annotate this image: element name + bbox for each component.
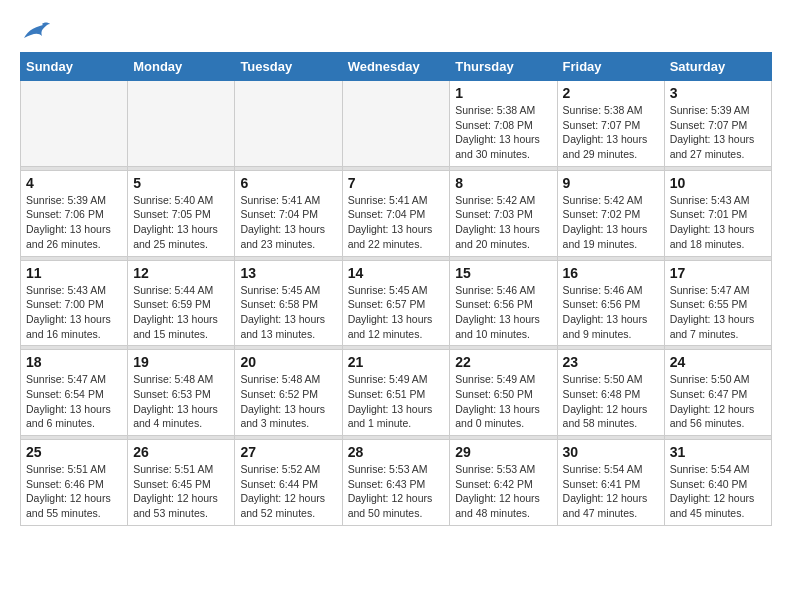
day-number: 15 [455, 265, 551, 281]
calendar-cell: 5Sunrise: 5:40 AM Sunset: 7:05 PM Daylig… [128, 170, 235, 256]
calendar-header-row: SundayMondayTuesdayWednesdayThursdayFrid… [21, 53, 772, 81]
weekday-header-wednesday: Wednesday [342, 53, 450, 81]
calendar-cell: 13Sunrise: 5:45 AM Sunset: 6:58 PM Dayli… [235, 260, 342, 346]
day-number: 11 [26, 265, 122, 281]
day-info: Sunrise: 5:52 AM Sunset: 6:44 PM Dayligh… [240, 462, 336, 521]
day-number: 8 [455, 175, 551, 191]
day-number: 17 [670, 265, 766, 281]
day-info: Sunrise: 5:45 AM Sunset: 6:57 PM Dayligh… [348, 283, 445, 342]
day-info: Sunrise: 5:41 AM Sunset: 7:04 PM Dayligh… [240, 193, 336, 252]
day-info: Sunrise: 5:42 AM Sunset: 7:02 PM Dayligh… [563, 193, 659, 252]
day-info: Sunrise: 5:47 AM Sunset: 6:54 PM Dayligh… [26, 372, 122, 431]
day-info: Sunrise: 5:42 AM Sunset: 7:03 PM Dayligh… [455, 193, 551, 252]
calendar-cell: 11Sunrise: 5:43 AM Sunset: 7:00 PM Dayli… [21, 260, 128, 346]
logo [20, 20, 50, 42]
calendar-cell [235, 81, 342, 167]
day-number: 26 [133, 444, 229, 460]
day-number: 27 [240, 444, 336, 460]
day-number: 24 [670, 354, 766, 370]
day-number: 5 [133, 175, 229, 191]
day-number: 6 [240, 175, 336, 191]
day-number: 7 [348, 175, 445, 191]
day-number: 31 [670, 444, 766, 460]
calendar-cell: 8Sunrise: 5:42 AM Sunset: 7:03 PM Daylig… [450, 170, 557, 256]
weekday-header-saturday: Saturday [664, 53, 771, 81]
day-info: Sunrise: 5:45 AM Sunset: 6:58 PM Dayligh… [240, 283, 336, 342]
day-number: 1 [455, 85, 551, 101]
calendar-cell: 21Sunrise: 5:49 AM Sunset: 6:51 PM Dayli… [342, 350, 450, 436]
calendar-cell: 15Sunrise: 5:46 AM Sunset: 6:56 PM Dayli… [450, 260, 557, 346]
day-number: 14 [348, 265, 445, 281]
day-info: Sunrise: 5:50 AM Sunset: 6:48 PM Dayligh… [563, 372, 659, 431]
day-info: Sunrise: 5:43 AM Sunset: 7:01 PM Dayligh… [670, 193, 766, 252]
day-number: 16 [563, 265, 659, 281]
calendar-cell: 14Sunrise: 5:45 AM Sunset: 6:57 PM Dayli… [342, 260, 450, 346]
calendar-cell: 10Sunrise: 5:43 AM Sunset: 7:01 PM Dayli… [664, 170, 771, 256]
calendar-cell: 17Sunrise: 5:47 AM Sunset: 6:55 PM Dayli… [664, 260, 771, 346]
day-info: Sunrise: 5:40 AM Sunset: 7:05 PM Dayligh… [133, 193, 229, 252]
day-number: 29 [455, 444, 551, 460]
day-number: 23 [563, 354, 659, 370]
calendar-cell: 26Sunrise: 5:51 AM Sunset: 6:45 PM Dayli… [128, 440, 235, 526]
day-number: 18 [26, 354, 122, 370]
calendar-cell: 6Sunrise: 5:41 AM Sunset: 7:04 PM Daylig… [235, 170, 342, 256]
day-number: 4 [26, 175, 122, 191]
day-info: Sunrise: 5:38 AM Sunset: 7:07 PM Dayligh… [563, 103, 659, 162]
day-info: Sunrise: 5:44 AM Sunset: 6:59 PM Dayligh… [133, 283, 229, 342]
calendar-week-row: 18Sunrise: 5:47 AM Sunset: 6:54 PM Dayli… [21, 350, 772, 436]
calendar-cell: 24Sunrise: 5:50 AM Sunset: 6:47 PM Dayli… [664, 350, 771, 436]
day-info: Sunrise: 5:54 AM Sunset: 6:40 PM Dayligh… [670, 462, 766, 521]
calendar-cell: 29Sunrise: 5:53 AM Sunset: 6:42 PM Dayli… [450, 440, 557, 526]
weekday-header-sunday: Sunday [21, 53, 128, 81]
weekday-header-monday: Monday [128, 53, 235, 81]
weekday-header-friday: Friday [557, 53, 664, 81]
calendar-cell: 3Sunrise: 5:39 AM Sunset: 7:07 PM Daylig… [664, 81, 771, 167]
day-number: 20 [240, 354, 336, 370]
page-header [20, 20, 772, 42]
day-info: Sunrise: 5:53 AM Sunset: 6:42 PM Dayligh… [455, 462, 551, 521]
day-info: Sunrise: 5:50 AM Sunset: 6:47 PM Dayligh… [670, 372, 766, 431]
calendar-cell: 27Sunrise: 5:52 AM Sunset: 6:44 PM Dayli… [235, 440, 342, 526]
day-info: Sunrise: 5:46 AM Sunset: 6:56 PM Dayligh… [455, 283, 551, 342]
day-info: Sunrise: 5:39 AM Sunset: 7:06 PM Dayligh… [26, 193, 122, 252]
day-info: Sunrise: 5:41 AM Sunset: 7:04 PM Dayligh… [348, 193, 445, 252]
day-info: Sunrise: 5:38 AM Sunset: 7:08 PM Dayligh… [455, 103, 551, 162]
day-info: Sunrise: 5:53 AM Sunset: 6:43 PM Dayligh… [348, 462, 445, 521]
calendar-cell: 2Sunrise: 5:38 AM Sunset: 7:07 PM Daylig… [557, 81, 664, 167]
day-info: Sunrise: 5:49 AM Sunset: 6:51 PM Dayligh… [348, 372, 445, 431]
calendar-cell [342, 81, 450, 167]
calendar-cell: 31Sunrise: 5:54 AM Sunset: 6:40 PM Dayli… [664, 440, 771, 526]
calendar-cell: 22Sunrise: 5:49 AM Sunset: 6:50 PM Dayli… [450, 350, 557, 436]
calendar-table: SundayMondayTuesdayWednesdayThursdayFrid… [20, 52, 772, 526]
day-info: Sunrise: 5:51 AM Sunset: 6:45 PM Dayligh… [133, 462, 229, 521]
calendar-cell: 9Sunrise: 5:42 AM Sunset: 7:02 PM Daylig… [557, 170, 664, 256]
calendar-cell: 30Sunrise: 5:54 AM Sunset: 6:41 PM Dayli… [557, 440, 664, 526]
calendar-week-row: 4Sunrise: 5:39 AM Sunset: 7:06 PM Daylig… [21, 170, 772, 256]
day-number: 22 [455, 354, 551, 370]
day-number: 28 [348, 444, 445, 460]
calendar-cell: 7Sunrise: 5:41 AM Sunset: 7:04 PM Daylig… [342, 170, 450, 256]
day-info: Sunrise: 5:51 AM Sunset: 6:46 PM Dayligh… [26, 462, 122, 521]
calendar-cell: 19Sunrise: 5:48 AM Sunset: 6:53 PM Dayli… [128, 350, 235, 436]
calendar-cell: 20Sunrise: 5:48 AM Sunset: 6:52 PM Dayli… [235, 350, 342, 436]
day-info: Sunrise: 5:43 AM Sunset: 7:00 PM Dayligh… [26, 283, 122, 342]
day-info: Sunrise: 5:48 AM Sunset: 6:52 PM Dayligh… [240, 372, 336, 431]
calendar-cell [128, 81, 235, 167]
calendar-week-row: 11Sunrise: 5:43 AM Sunset: 7:00 PM Dayli… [21, 260, 772, 346]
day-info: Sunrise: 5:48 AM Sunset: 6:53 PM Dayligh… [133, 372, 229, 431]
calendar-cell: 4Sunrise: 5:39 AM Sunset: 7:06 PM Daylig… [21, 170, 128, 256]
calendar-cell: 1Sunrise: 5:38 AM Sunset: 7:08 PM Daylig… [450, 81, 557, 167]
day-number: 19 [133, 354, 229, 370]
logo-bird-icon [22, 20, 50, 42]
day-number: 9 [563, 175, 659, 191]
calendar-cell: 23Sunrise: 5:50 AM Sunset: 6:48 PM Dayli… [557, 350, 664, 436]
calendar-cell: 12Sunrise: 5:44 AM Sunset: 6:59 PM Dayli… [128, 260, 235, 346]
day-number: 25 [26, 444, 122, 460]
day-info: Sunrise: 5:47 AM Sunset: 6:55 PM Dayligh… [670, 283, 766, 342]
calendar-cell: 28Sunrise: 5:53 AM Sunset: 6:43 PM Dayli… [342, 440, 450, 526]
calendar-cell: 16Sunrise: 5:46 AM Sunset: 6:56 PM Dayli… [557, 260, 664, 346]
day-number: 30 [563, 444, 659, 460]
day-info: Sunrise: 5:54 AM Sunset: 6:41 PM Dayligh… [563, 462, 659, 521]
day-info: Sunrise: 5:46 AM Sunset: 6:56 PM Dayligh… [563, 283, 659, 342]
day-number: 13 [240, 265, 336, 281]
